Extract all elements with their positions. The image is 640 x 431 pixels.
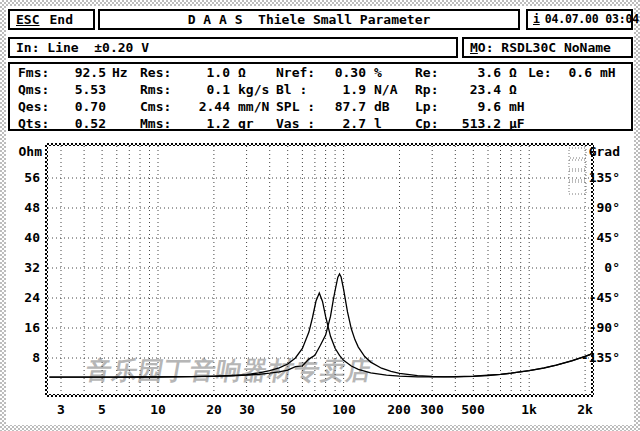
ohm-tick-label: 56 xyxy=(0,170,40,186)
param-unit: gr xyxy=(238,117,254,131)
param-value: 92.5 xyxy=(26,66,106,80)
info-button[interactable]: i04.07.00 03:04 xyxy=(526,9,633,30)
impedance-chart: 音乐园丁音响器材专卖店 OhmGrad5648403224168135°90°4… xyxy=(0,140,640,425)
param-unit: mH xyxy=(509,100,525,114)
freq-tick-label: 1k xyxy=(509,402,549,418)
param-value: 2.44 xyxy=(150,100,230,114)
grad-tick-label: 135° xyxy=(572,170,620,186)
param-value: 2.7 xyxy=(286,117,366,131)
grad-tick-label: -45° xyxy=(572,290,620,306)
param-unit: N/A xyxy=(374,83,397,97)
ohm-tick-label: 8 xyxy=(0,350,40,366)
param-value: 23.4 xyxy=(421,83,501,97)
ohm-tick-label: 48 xyxy=(0,200,40,216)
end-label: End xyxy=(49,12,72,27)
param-value: 0.52 xyxy=(26,117,106,131)
param-unit: kg/s xyxy=(238,83,269,97)
param-value: 9.6 xyxy=(421,100,501,114)
y-axis-right-title: Grad xyxy=(576,144,620,160)
ohm-tick-label: 16 xyxy=(0,320,40,336)
info-key-label: i xyxy=(533,12,540,26)
param-unit: μF xyxy=(509,117,525,131)
grad-tick-label: -135° xyxy=(572,350,620,366)
ohm-tick-label: 32 xyxy=(0,260,40,276)
datetime-label: 04.07.00 03:04 xyxy=(545,12,639,26)
param-unit: mH xyxy=(600,66,616,80)
param-value: 5.53 xyxy=(26,83,106,97)
grad-tick-label: 0° xyxy=(572,260,620,276)
param-value: 87.7 xyxy=(286,100,366,114)
freq-tick-label: 5 xyxy=(82,402,122,418)
freq-tick-label: 2k xyxy=(565,402,605,418)
param-unit: % xyxy=(374,66,382,80)
param-value: 1.2 xyxy=(150,117,230,131)
impedance-plot: 音乐园丁音响器材专卖店 xyxy=(48,146,591,408)
freq-tick-label: 500 xyxy=(453,402,493,418)
ohm-tick-label: 40 xyxy=(0,230,40,246)
model-select-button[interactable]: MO: RSDL30C NoName xyxy=(462,37,633,58)
daas-screen: ESCEnd D A A S Thiele Small Parameter i0… xyxy=(0,0,640,431)
param-unit: l xyxy=(374,117,382,131)
grad-tick-label: 90° xyxy=(572,200,620,216)
param-value: 0.1 xyxy=(150,83,230,97)
param-value: 513.2 xyxy=(421,117,501,131)
model-key-label: M xyxy=(470,40,478,55)
param-value: 0.30 xyxy=(286,66,366,80)
freq-tick-label: 50 xyxy=(268,402,308,418)
parameters-panel: Fms:92.5HzRes:1.0ΩNref:0.30%Re:3.6ΩLe:0.… xyxy=(8,62,633,131)
grad-tick-label: 45° xyxy=(572,230,620,246)
param-value: 0.6 xyxy=(512,66,592,80)
freq-tick-label: 10 xyxy=(138,402,178,418)
param-unit: Ω xyxy=(238,66,246,80)
page-title: D A A S Thiele Small Parameter xyxy=(188,12,431,27)
y-axis-left-title: Ohm xyxy=(0,144,42,160)
watermark-text: 音乐园丁音响器材专卖店 xyxy=(83,356,375,385)
title-bar: D A A S Thiele Small Parameter xyxy=(98,9,520,30)
freq-tick-label: 300 xyxy=(412,402,452,418)
ohm-tick-label: 24 xyxy=(0,290,40,306)
param-unit: Hz xyxy=(112,66,128,80)
model-name-label: O: RSDL30C NoName xyxy=(478,40,611,55)
param-unit: Ω xyxy=(509,83,517,97)
esc-key-label: ESC xyxy=(16,12,39,27)
param-value: 1.9 xyxy=(286,83,366,97)
freq-tick-label: 30 xyxy=(227,402,267,418)
freq-tick-label: 3 xyxy=(41,402,81,418)
param-value: 3.6 xyxy=(421,66,501,80)
freq-tick-label: 100 xyxy=(324,402,364,418)
input-mode-label: In: Line ±0.20 V xyxy=(16,40,149,55)
param-value: 0.70 xyxy=(26,100,106,114)
grad-tick-label: -90° xyxy=(572,320,620,336)
param-unit: dB xyxy=(374,100,390,114)
param-value: 1.0 xyxy=(150,66,230,80)
input-mode-button[interactable]: In: Line ±0.20 V xyxy=(8,37,458,58)
esc-end-button[interactable]: ESCEnd xyxy=(8,9,95,30)
param-unit: mm/N xyxy=(238,100,269,114)
